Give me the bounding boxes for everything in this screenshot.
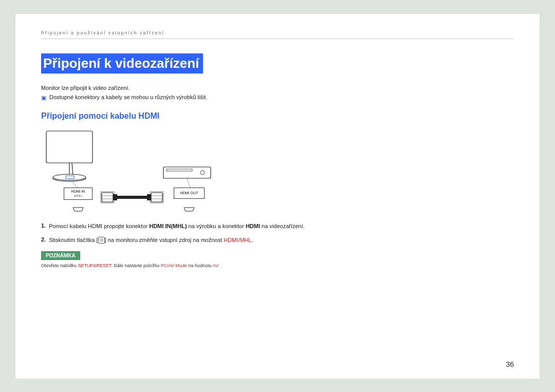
svg-rect-10	[113, 194, 117, 200]
bullet-text: Dostupné konektory a kabely se mohou u r…	[49, 94, 208, 100]
bullet-icon: ▣	[41, 94, 46, 101]
step-text: Stisknutím tlačítka [⎚] na monitoru změň…	[49, 236, 514, 244]
step-1: 1. Pomocí kabelu HDMI propojte konektor …	[41, 222, 514, 230]
step-text: Pomocí kabelu HDMI propojte konektor HDM…	[49, 222, 514, 230]
svg-rect-0	[46, 131, 92, 163]
port-in-sub: (MHL)	[66, 194, 90, 198]
page-number: 36	[506, 360, 514, 368]
port-label-in: HDMI IN (MHL)	[64, 188, 92, 200]
note-badge: POZNÁMKA	[41, 251, 80, 260]
port-label-out: HDMI OUT	[174, 188, 205, 199]
steps-list: 1. Pomocí kabelu HDMI propojte konektor …	[41, 222, 514, 244]
bullet-note: ▣ Dostupné konektory a kabely se mohou u…	[41, 94, 514, 101]
svg-point-7	[200, 171, 205, 175]
svg-rect-5	[163, 167, 211, 178]
step-number: 1.	[41, 222, 46, 230]
document-page: Připojení a používání vstupních zařízení…	[15, 14, 540, 379]
svg-rect-11	[117, 196, 147, 199]
step-number: 2.	[41, 236, 46, 244]
svg-line-8	[187, 178, 190, 188]
breadcrumb: Připojení a používání vstupních zařízení	[41, 30, 514, 39]
page-title: Připojení k videozařízení	[41, 53, 203, 73]
svg-rect-9	[102, 193, 113, 202]
connection-diagram: HDMI IN (MHL) HDMI OUT	[41, 127, 216, 214]
section-heading: Připojení pomocí kabelu HDMI	[41, 111, 514, 121]
intro-text: Monitor lze připojit k video zařízení.	[41, 85, 514, 91]
port-out-text: HDMI OUT	[180, 191, 198, 195]
svg-rect-6	[166, 169, 192, 171]
note-text: Otevřete nabídku SETUP&RESET. Dále nasta…	[41, 263, 514, 268]
source-button-icon: ⎚	[98, 237, 105, 244]
port-in-text: HDMI IN	[66, 189, 90, 194]
svg-rect-12	[147, 194, 151, 200]
step-2: 2. Stisknutím tlačítka [⎚] na monitoru z…	[41, 236, 514, 244]
svg-point-2	[53, 174, 86, 180]
svg-rect-13	[151, 193, 162, 202]
